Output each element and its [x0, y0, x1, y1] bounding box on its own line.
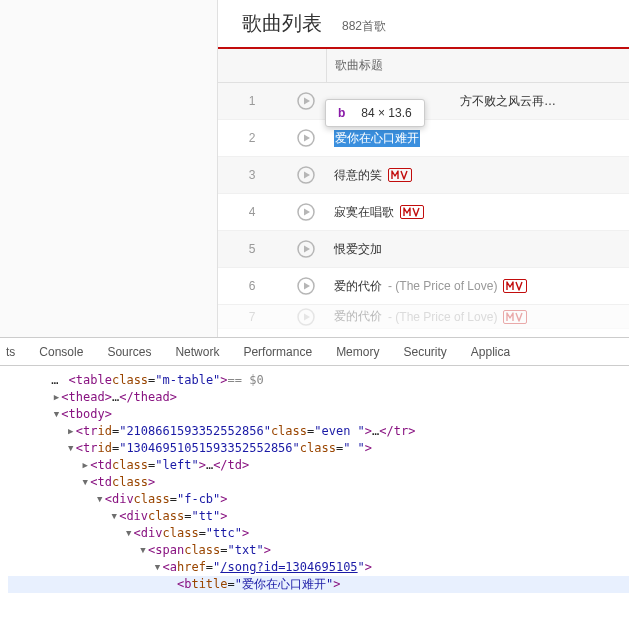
row-index: 2: [218, 131, 286, 145]
play-icon[interactable]: [297, 166, 315, 184]
play-icon[interactable]: [297, 277, 315, 295]
song-list-panel: 歌曲列表 882首歌 歌曲标题 1方不败之风云再…2爱你在心口难开3得意的笑4寂…: [218, 0, 629, 337]
song-title-cell[interactable]: 爱的代价 - (The Price of Love): [326, 278, 629, 295]
mv-icon[interactable]: [503, 279, 527, 293]
song-title-cell[interactable]: 爱的代价 - (The Price of Love): [326, 308, 629, 325]
table-row[interactable]: 7爱的代价 - (The Price of Love): [218, 305, 629, 329]
row-index: 7: [218, 310, 286, 324]
table-head-row: 歌曲标题: [218, 49, 629, 83]
song-count: 882首歌: [342, 18, 386, 35]
dom-tree-line[interactable]: ▶<td class="left">…</td>: [8, 457, 629, 474]
mv-icon[interactable]: [388, 168, 412, 182]
list-title: 歌曲列表: [242, 10, 322, 37]
song-title: 爱的代价: [334, 278, 382, 295]
row-index: 4: [218, 205, 286, 219]
list-header: 歌曲列表 882首歌: [218, 10, 629, 49]
column-header-title: 歌曲标题: [326, 49, 383, 82]
devtools-tab[interactable]: Memory: [324, 338, 391, 365]
song-subtitle: - (The Price of Love): [388, 279, 497, 293]
play-icon[interactable]: [297, 92, 315, 110]
dom-tree-line[interactable]: ▼<a href="/song?id=1304695105">: [8, 559, 629, 576]
play-icon[interactable]: [297, 129, 315, 147]
table-row[interactable]: 4寂寞在唱歌: [218, 194, 629, 231]
song-title: 爱你在心口难开: [334, 130, 420, 147]
song-title: 得意的笑: [334, 167, 382, 184]
dom-tree-line[interactable]: ▼<tbody>: [8, 406, 629, 423]
song-title: 寂寞在唱歌: [334, 204, 394, 221]
inspect-tooltip: b 84 × 13.6: [325, 99, 425, 127]
dom-tree-line[interactable]: … <table class="m-table"> == $0: [8, 372, 629, 389]
dom-tree-line[interactable]: ▼<td class>: [8, 474, 629, 491]
devtools-elements-tree[interactable]: … <table class="m-table"> == $0 ▶<thead>…: [0, 366, 629, 636]
dom-tree-line[interactable]: ▼<div class="ttc">: [8, 525, 629, 542]
row-index: 6: [218, 279, 286, 293]
dom-tree-line[interactable]: ▼<div class="tt">: [8, 508, 629, 525]
devtools-tab[interactable]: Sources: [95, 338, 163, 365]
devtools-panel: tsConsoleSourcesNetworkPerformanceMemory…: [0, 337, 629, 636]
row-index: 5: [218, 242, 286, 256]
row-index: 3: [218, 168, 286, 182]
song-title: 恨爱交加: [334, 241, 382, 258]
row-index: 1: [218, 94, 286, 108]
tooltip-tag: b: [338, 106, 345, 120]
table-row[interactable]: 6爱的代价 - (The Price of Love): [218, 268, 629, 305]
table-row[interactable]: 3得意的笑: [218, 157, 629, 194]
devtools-tab[interactable]: Console: [27, 338, 95, 365]
play-icon[interactable]: [297, 203, 315, 221]
table-row[interactable]: 5恨爱交加: [218, 231, 629, 268]
dom-tree-line[interactable]: ▼<tr id="13046951051593352552856" class=…: [8, 440, 629, 457]
song-subtitle: - (The Price of Love): [388, 310, 497, 324]
devtools-tab[interactable]: ts: [6, 338, 27, 365]
song-title-cell[interactable]: 寂寞在唱歌: [326, 204, 629, 221]
song-title-cell[interactable]: 恨爱交加: [326, 241, 629, 258]
dom-tree-line[interactable]: <b title="爱你在心口难开">: [8, 576, 629, 593]
left-sidebar-blank: [0, 0, 218, 337]
play-icon[interactable]: [297, 240, 315, 258]
song-title: 爱的代价: [334, 308, 382, 325]
mv-icon[interactable]: [400, 205, 424, 219]
dom-tree-line[interactable]: ▼<span class="txt">: [8, 542, 629, 559]
devtools-tab[interactable]: Network: [163, 338, 231, 365]
tooltip-dimensions: 84 × 13.6: [361, 106, 411, 120]
song-title-cell[interactable]: 爱你在心口难开: [326, 130, 629, 147]
devtools-tabs: tsConsoleSourcesNetworkPerformanceMemory…: [0, 338, 629, 366]
play-icon[interactable]: [297, 308, 315, 326]
devtools-tab[interactable]: Performance: [231, 338, 324, 365]
devtools-tab[interactable]: Applica: [459, 338, 522, 365]
song-title-cell[interactable]: 得意的笑: [326, 167, 629, 184]
dom-tree-line[interactable]: ▶<thead>…</thead>: [8, 389, 629, 406]
devtools-tab[interactable]: Security: [391, 338, 458, 365]
dom-tree-line[interactable]: ▼<div class="f-cb">: [8, 491, 629, 508]
mv-icon[interactable]: [503, 310, 527, 324]
dom-tree-line[interactable]: ▶<tr id="2108661593352552856" class="eve…: [8, 423, 629, 440]
